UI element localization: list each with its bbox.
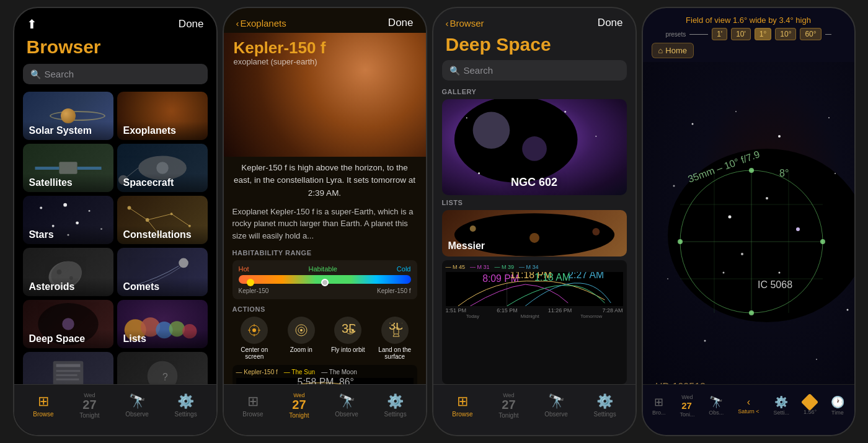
back-arrow-icon-p3: ‹ <box>446 18 449 29</box>
nav-settings-p3[interactable]: ⚙️ Settings <box>594 393 616 418</box>
svg-line-57 <box>393 334 394 336</box>
preset-10deg[interactable]: 10° <box>775 28 796 40</box>
search-placeholder-p3: Search <box>464 65 494 76</box>
back-button-p3[interactable]: ‹ Browser <box>446 18 484 29</box>
back-button[interactable]: ‹ Exoplanets <box>236 18 286 29</box>
nav-settings-p2[interactable]: ⚙️ Settings <box>384 393 407 418</box>
settings-icon-p3: ⚙️ <box>596 393 613 410</box>
action-orbit[interactable]: 3D Fly into orbit <box>326 317 370 360</box>
phone-kepler: ‹ Exoplanets Done Kepler-150 f exoplanet… <box>223 7 427 436</box>
grid-item-support[interactable]: ? Support <box>117 352 208 384</box>
nav-settings-p4[interactable]: ⚙️ Setti... <box>773 395 789 416</box>
nav-time-p4[interactable]: 🕐 Time <box>831 395 844 416</box>
svg-point-66 <box>466 117 467 118</box>
nav-observe-p4[interactable]: 🔭 Obs... <box>709 395 724 416</box>
nav-tonight-p4[interactable]: Wed 27 Toni... <box>680 394 694 418</box>
preset-60deg[interactable]: 60° <box>800 28 821 40</box>
solar-system-label: Solar System <box>23 121 113 140</box>
nav-tonight-p2[interactable]: Wed 27 Tonight <box>289 393 309 419</box>
gallery-label: GALLERY <box>442 88 627 95</box>
svg-point-112 <box>678 239 683 244</box>
svg-point-7 <box>40 207 42 209</box>
svg-point-114 <box>820 239 825 244</box>
messier-label: Messier <box>448 240 485 252</box>
nav-observe-p2[interactable]: 🔭 Observe <box>335 393 358 418</box>
observe-icon-p4: 🔭 <box>709 395 723 409</box>
home-button[interactable]: ⌂ Home <box>652 43 694 58</box>
svg-point-74 <box>592 228 600 235</box>
svg-point-104 <box>778 272 780 274</box>
grid-item-spacecraft[interactable]: Spacecraft <box>117 144 208 192</box>
nav-back-p4[interactable]: ‹ Saturn < <box>738 397 759 414</box>
hab-hot-label: Hot <box>239 265 249 273</box>
share-icon[interactable]: ⬆ <box>27 17 37 32</box>
nav-observe-p3[interactable]: 🔭 Observe <box>544 393 568 418</box>
svg-text:IC 5068: IC 5068 <box>758 279 792 290</box>
nav-settings[interactable]: ⚙️ Settings <box>175 393 197 418</box>
nav-browse-p3[interactable]: ⊞ Browse <box>452 393 472 418</box>
observe-label-p4: Obs... <box>709 410 724 416</box>
nav-browse[interactable]: ⊞ Browse <box>33 393 53 418</box>
satellites-label: Satellites <box>23 173 113 192</box>
preset-1deg[interactable]: 1° <box>755 28 771 40</box>
done-button[interactable]: Done <box>179 18 204 30</box>
grid-item-users-guide[interactable]: User's Guide <box>23 352 113 384</box>
kepler-hero: Kepler-150 f exoplanet (super-earth) <box>224 33 426 157</box>
svg-rect-1 <box>35 167 59 170</box>
svg-rect-39 <box>56 374 77 376</box>
nav-fov-p4[interactable]: 1.56° <box>804 396 817 415</box>
time-icon: 🕐 <box>831 395 844 409</box>
done-button-p3[interactable]: Done <box>598 17 623 29</box>
nav-browse-p2[interactable]: ⊞ Browse <box>242 393 263 418</box>
observe-icon: 🔭 <box>129 393 146 410</box>
time-label: Time <box>831 410 844 416</box>
grid-item-constellations[interactable]: Constellations <box>117 196 208 244</box>
svg-point-101 <box>766 197 768 200</box>
messier-list-item[interactable]: Messier <box>442 210 627 257</box>
browse-label-p3: Browse <box>452 411 472 418</box>
stars-label: Stars <box>23 226 113 244</box>
grid-item-asteroids[interactable]: Asteroids <box>23 248 113 296</box>
star-position-marker <box>247 279 254 286</box>
grid-item-solar-system[interactable]: Solar System <box>23 92 113 140</box>
grid-item-deep-space[interactable]: Deep Space <box>23 300 113 348</box>
svg-rect-37 <box>56 364 80 367</box>
grid-item-exoplanets[interactable]: Exoplanets <box>117 92 208 140</box>
action-center[interactable]: Center on screen <box>232 317 276 360</box>
preset-1arcmin[interactable]: 1' <box>712 28 727 40</box>
grid-item-comets[interactable]: Comets <box>117 248 208 296</box>
phone-browser: ⬆ Done Browser 🔍 Search Solar System Exo… <box>13 7 218 436</box>
kepler-title-area: Kepler-150 f exoplanet (super-earth) <box>224 33 336 72</box>
browser-grid: Solar System Exoplanets Satellites <box>14 92 216 384</box>
svg-text:8°: 8° <box>779 168 789 178</box>
legend-moon: — The Moon <box>321 369 357 375</box>
spacecraft-label: Spacecraft <box>117 173 208 192</box>
lists-label: LISTS <box>442 199 627 206</box>
preset-10arcmin[interactable]: 10' <box>731 28 751 40</box>
search-icon-p3: 🔍 <box>450 66 460 76</box>
svg-point-30 <box>62 318 74 330</box>
lists-section: LISTS Messier <box>433 199 636 384</box>
search-bar-p3[interactable]: 🔍 Search <box>442 60 627 81</box>
phone-deep-space: ‹ Browser Done Deep Space 🔍 Search GALLE… <box>432 7 637 436</box>
gallery-section: GALLERY <box>433 88 636 195</box>
nav-observe[interactable]: 🔭 Observe <box>125 393 149 418</box>
hab-cold-label: Cold <box>397 265 411 273</box>
grid-item-satellites[interactable]: Satellites <box>23 144 113 192</box>
gallery-image[interactable]: NGC 602 <box>442 99 627 195</box>
fov-diamond-icon <box>801 393 818 411</box>
support-label: Support <box>117 382 208 384</box>
ring-decoration <box>50 111 105 121</box>
grid-item-lists[interactable]: Lists <box>117 300 208 348</box>
action-zoom[interactable]: Zoom in <box>280 317 323 360</box>
nav-browse-p4[interactable]: ⊞ Bro... <box>652 395 666 416</box>
chart-times-p3: 1:51 PM6:15 PM11:26 PM7:28 AM <box>446 307 623 314</box>
svg-point-64 <box>472 112 510 149</box>
done-button[interactable]: Done <box>388 17 414 29</box>
grid-item-stars[interactable]: Stars <box>23 196 113 244</box>
svg-line-58 <box>398 334 399 336</box>
nav-tonight-p3[interactable]: Wed 27 Tonight <box>498 393 518 419</box>
search-bar[interactable]: 🔍 Search <box>23 64 208 84</box>
nav-tonight[interactable]: Wed 27 Tonight <box>79 393 99 419</box>
action-land[interactable]: 3D Land on the surface <box>373 317 417 360</box>
